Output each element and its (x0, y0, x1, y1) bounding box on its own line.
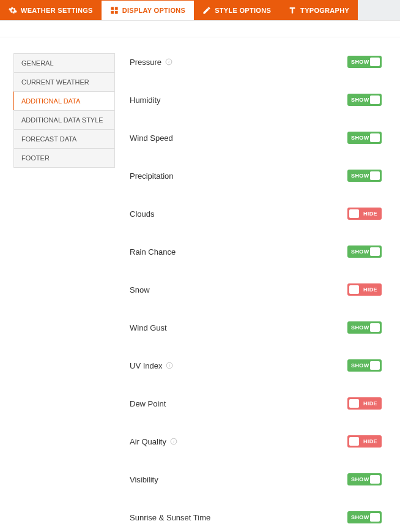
setting-label: Wind Speed (130, 133, 173, 143)
toggle-knob (370, 475, 380, 484)
setting-label-text: UV Index (130, 361, 162, 370)
svg-text:i: i (173, 440, 174, 443)
svg-text:i: i (168, 60, 169, 64)
setting-label-text: Sunrise & Sunset Time (130, 513, 210, 522)
toggle-knob (349, 209, 359, 218)
pencil-icon (202, 6, 211, 15)
setting-row-air-quality: Air QualityiHIDE (130, 424, 382, 462)
setting-row-precipitation: PrecipitationSHOW (130, 159, 382, 197)
tab-display-options[interactable]: DISPLAY OPTIONS (102, 0, 194, 20)
toggle-text: SHOW (351, 59, 369, 65)
svg-text:i: i (169, 364, 171, 367)
type-icon (288, 6, 297, 15)
setting-label: Humidity (130, 96, 161, 105)
toggle-knob (370, 247, 380, 256)
toggle-precipitation[interactable]: SHOW (347, 170, 382, 182)
toggle-rain-chance[interactable]: SHOW (347, 245, 382, 258)
setting-row-wind-speed: Wind SpeedSHOW (130, 121, 382, 159)
toggle-text: HIDE (363, 211, 377, 217)
toggle-knob (370, 323, 380, 332)
toggle-text: SHOW (351, 514, 369, 520)
setting-row-snow: SnowHIDE (130, 272, 382, 310)
setting-label-text: Visibility (130, 475, 158, 484)
sidebar-item-additional-data-style[interactable]: ADDITIONAL DATA STYLE (13, 110, 115, 129)
sidebar-item-additional-data[interactable]: ADDITIONAL DATA (13, 91, 115, 110)
setting-row-rain-chance: Rain ChanceSHOW (130, 234, 382, 272)
setting-label: Sunrise & Sunset Time (130, 513, 210, 522)
svg-rect-2 (111, 11, 113, 13)
toggle-text: SHOW (351, 476, 369, 482)
setting-row-uv-index: UV IndexiSHOW (130, 348, 382, 386)
sidebar-item-label: GENERAL (21, 59, 54, 67)
toggle-clouds[interactable]: HIDE (347, 208, 382, 220)
setting-label: Air Qualityi (130, 437, 177, 446)
setting-label: Precipitation (130, 171, 174, 181)
setting-label: Visibility (130, 475, 158, 484)
toggle-knob (370, 96, 380, 104)
sidebar-item-current-weather[interactable]: CURRENT WEATHER (13, 72, 115, 91)
toggle-knob (370, 513, 380, 522)
toggle-wind-speed[interactable]: SHOW (347, 132, 382, 144)
toggle-pressure[interactable]: SHOW (347, 56, 382, 68)
tab-label: WEATHER SETTINGS (21, 7, 93, 14)
sidebar-item-label: ADDITIONAL DATA (21, 97, 80, 105)
svg-rect-3 (115, 11, 117, 13)
toggle-text: HIDE (363, 438, 377, 444)
svg-rect-1 (115, 7, 117, 10)
setting-label: Dew Point (130, 399, 166, 408)
toggle-text: SHOW (351, 97, 369, 103)
gear-icon (9, 6, 17, 15)
content-area: GENERAL CURRENT WEATHER ADDITIONAL DATA … (0, 37, 400, 532)
tab-typography[interactable]: TYPOGRAPHY (280, 0, 358, 20)
setting-label-text: Air Quality (130, 437, 166, 446)
info-icon[interactable]: i (166, 362, 173, 369)
toggle-text: SHOW (351, 135, 369, 141)
setting-label: Clouds (130, 209, 154, 219)
tab-label: DISPLAY OPTIONS (122, 7, 186, 14)
toggle-text: HIDE (363, 400, 377, 406)
setting-row-wind-gust: Wind GustSHOW (130, 310, 382, 348)
toggle-air-quality[interactable]: HIDE (347, 435, 382, 448)
info-icon[interactable]: i (165, 58, 172, 66)
sidebar-item-general[interactable]: GENERAL (13, 53, 115, 72)
toggle-knob (349, 285, 359, 294)
setting-label-text: Rain Chance (130, 247, 176, 257)
tab-label: TYPOGRAPHY (300, 7, 349, 14)
toggle-uv-index[interactable]: SHOW (347, 359, 382, 372)
sidebar-item-footer[interactable]: FOOTER (13, 148, 115, 168)
info-icon[interactable]: i (170, 438, 177, 445)
toggle-knob (370, 361, 380, 370)
setting-label: Wind Gust (130, 323, 167, 332)
toggle-sunrise-sunset[interactable]: SHOW (347, 511, 382, 523)
setting-label: UV Indexi (130, 361, 173, 370)
setting-row-sunrise-sunset: Sunrise & Sunset TimeSHOW (130, 500, 382, 532)
toggle-visibility[interactable]: SHOW (347, 473, 382, 485)
setting-label: Pressurei (130, 58, 172, 67)
sidebar-item-label: ADDITIONAL DATA STYLE (21, 116, 103, 124)
toggle-knob (370, 133, 380, 142)
setting-label-text: Snow (130, 285, 150, 294)
setting-row-clouds: CloudsHIDE (130, 197, 382, 234)
toggle-knob (370, 171, 380, 180)
toggle-dew-point[interactable]: HIDE (347, 397, 382, 410)
setting-label-text: Wind Gust (130, 323, 167, 332)
sidebar-item-label: FORECAST DATA (21, 135, 76, 143)
toggle-text: SHOW (351, 249, 369, 255)
toggle-snow[interactable]: HIDE (347, 283, 382, 296)
sidebar-item-forecast-data[interactable]: FORECAST DATA (13, 129, 115, 148)
toggle-text: HIDE (363, 287, 377, 293)
tab-label: STYLE OPTIONS (215, 7, 271, 14)
setting-label: Snow (130, 285, 150, 294)
toggle-humidity[interactable]: SHOW (347, 94, 382, 106)
tab-weather-settings[interactable]: WEATHER SETTINGS (0, 0, 102, 20)
setting-label-text: Precipitation (130, 171, 174, 181)
toggle-wind-gust[interactable]: SHOW (347, 321, 382, 334)
setting-label: Rain Chance (130, 247, 176, 257)
toggle-knob (370, 58, 380, 66)
toggle-text: SHOW (351, 324, 369, 331)
tab-style-options[interactable]: STYLE OPTIONS (194, 0, 280, 20)
toggle-knob (349, 399, 359, 408)
tab-bar: WEATHER SETTINGS DISPLAY OPTIONS STYLE O… (0, 0, 400, 21)
setting-row-dew-point: Dew PointHIDE (130, 386, 382, 424)
toggle-text: SHOW (351, 173, 369, 179)
